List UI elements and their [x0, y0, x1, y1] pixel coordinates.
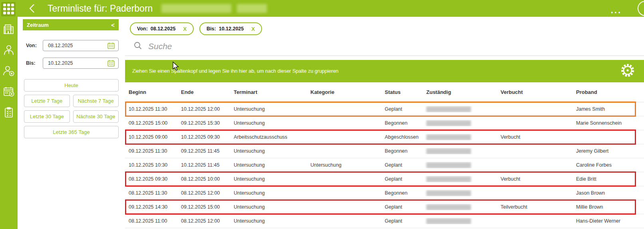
table-row[interactable]: 08.12.2025 11:00 08.12.2025 12:00 Unters…: [125, 214, 644, 228]
chip-label: Bis:: [207, 26, 216, 32]
naechste-30-tage-button[interactable]: Nächste 30 Tage: [73, 110, 119, 123]
nav-add-person-button[interactable]: [2, 64, 16, 78]
calendar-picker-icon[interactable]: [107, 60, 115, 67]
cell-proband: Hans-Dieter Werner: [572, 218, 644, 224]
cell-terminart: Untersuchung: [230, 204, 307, 210]
cell-verbucht: Teilverbucht: [497, 204, 572, 210]
cell-terminart: Untersuchung: [230, 190, 307, 196]
column-header-status[interactable]: Status: [381, 89, 423, 95]
quick-range-buttons: Heute Letzte 7 Tage Nächste 7 Tage Letzt…: [24, 79, 119, 138]
cell-kategorie: Untersuchung: [307, 162, 381, 168]
group-by-drop-zone[interactable]: Ziehen Sie einen Spaltenkopf und legen S…: [125, 60, 644, 82]
nav-companies-button[interactable]: [2, 22, 16, 36]
cell-ende: 09.12.2025 11:45: [177, 148, 230, 154]
more-options-button[interactable]: ...: [611, 8, 622, 12]
group-by-hint-text: Ziehen Sie einen Spaltenkopf und legen S…: [132, 68, 619, 74]
nav-add-appointment-button[interactable]: [2, 85, 16, 98]
letzte-365-tage-button[interactable]: Letzte 365 Tage: [24, 126, 119, 138]
redacted-title-text: [237, 4, 267, 13]
cell-zustaendig: [423, 148, 497, 154]
cell-zustaendig: [423, 134, 497, 140]
von-label: Von:: [26, 43, 43, 48]
table-row[interactable]: 08.12.2025 09:30 08.12.2025 10:00 Unters…: [125, 172, 644, 186]
column-header-terminart[interactable]: Terminart: [230, 89, 307, 95]
column-header-verbucht[interactable]: Verbucht: [497, 89, 572, 95]
cell-zustaendig: [423, 218, 497, 224]
clipboard-icon: [3, 106, 15, 118]
app-launcher-grid-icon[interactable]: [1, 2, 16, 16]
cell-verbucht: Verbucht: [497, 134, 572, 140]
column-header-kategorie[interactable]: Kategorie: [307, 89, 381, 95]
remove-filter-icon[interactable]: X: [183, 26, 187, 32]
main-content: Von: 08.12.2025 X Bis: 10.12.2025 X Such…: [125, 17, 644, 229]
active-filter-chips: Von: 08.12.2025 X Bis: 10.12.2025 X: [125, 17, 644, 35]
collapse-panel-icon[interactable]: <: [111, 22, 115, 28]
search-icon: [134, 42, 142, 51]
cell-beginn: 08.12.2025 09:30: [125, 176, 177, 182]
cell-beginn: 08.12.2025 11:00: [125, 218, 177, 224]
bis-date-value: 10.12.2025: [48, 60, 107, 66]
cell-beginn: 10.12.2025 10:30: [125, 162, 177, 168]
redacted-text: [426, 148, 471, 154]
cell-zustaendig: [423, 162, 497, 168]
appointments-table: Beginn Ende Terminart Kategorie Status Z…: [125, 82, 644, 228]
cell-status: Abgeschlossen: [381, 134, 423, 140]
table-row[interactable]: 09.12.2025 15:00 09.12.2025 15:30 Unters…: [125, 116, 644, 130]
cell-status: Geplant: [381, 218, 423, 224]
cell-proband: Jason Brown: [572, 190, 644, 196]
cell-ende: 10.12.2025 09:30: [177, 134, 230, 140]
bis-filter-chip[interactable]: Bis: 10.12.2025 X: [199, 22, 262, 35]
cell-terminart: Untersuchung: [230, 218, 307, 224]
user-add-icon: [3, 65, 15, 77]
table-row[interactable]: 10.12.2025 11:30 10.12.2025 12:00 Unters…: [125, 102, 644, 116]
redacted-text: [426, 218, 471, 224]
redacted-text: [426, 134, 471, 140]
cell-ende: 08.12.2025 10:00: [177, 176, 230, 182]
nav-employees-button[interactable]: [2, 43, 16, 57]
table-row[interactable]: 10.12.2025 10:30 10.12.2025 11:45 Unters…: [125, 158, 644, 172]
heute-button[interactable]: Heute: [24, 79, 119, 92]
zeitraum-panel: Zeitraum < Von: 08.12.2025: [23, 19, 119, 138]
bis-date-input[interactable]: 10.12.2025: [43, 58, 119, 69]
cell-status: Geplant: [381, 204, 423, 210]
cell-ende: 10.12.2025 12:00: [177, 106, 230, 112]
chevron-left-icon: [29, 4, 35, 13]
column-header-ende[interactable]: Ende: [177, 89, 230, 95]
profile-avatar[interactable]: [638, 1, 644, 16]
cell-status: Begonnen: [381, 120, 423, 126]
zeitraum-panel-title: Zeitraum: [27, 22, 49, 28]
cell-terminart: Untersuchung: [230, 162, 307, 168]
column-header-zustaendig[interactable]: Zuständig: [423, 89, 497, 95]
cell-status: Begonnen: [381, 148, 423, 154]
search-input[interactable]: Suche: [125, 37, 644, 56]
calendar-picker-icon[interactable]: [107, 42, 115, 49]
letzte-7-tage-button[interactable]: Letzte 7 Tage: [24, 95, 70, 107]
remove-filter-icon[interactable]: X: [251, 26, 255, 32]
cell-status: Geplant: [381, 162, 423, 168]
cell-terminart: Untersuchung: [230, 106, 307, 112]
chip-value: 10.12.2025: [219, 26, 244, 32]
redacted-text: [426, 176, 471, 182]
von-filter-chip[interactable]: Von: 08.12.2025 X: [130, 22, 194, 35]
cell-ende: 09.12.2025 15:30: [177, 120, 230, 126]
building-icon: [3, 23, 15, 35]
table-settings-button[interactable]: [619, 63, 636, 80]
table-row[interactable]: 09.12.2025 14:30 09.12.2025 15:00 Unters…: [125, 200, 644, 214]
table-row[interactable]: 08.12.2025 11:30 08.12.2025 12:00 Unters…: [125, 186, 644, 200]
redacted-text: [426, 120, 471, 126]
zeitraum-panel-body: Von: 08.12.2025: [23, 30, 119, 138]
table-row[interactable]: 09.12.2025 11:30 09.12.2025 11:45 Unters…: [125, 144, 644, 158]
von-date-input[interactable]: 08.12.2025: [43, 40, 119, 51]
redacted-text: [426, 190, 471, 196]
naechste-7-tage-button[interactable]: Nächste 7 Tage: [73, 95, 119, 107]
zeitraum-panel-header: Zeitraum <: [23, 19, 119, 30]
column-header-proband[interactable]: Proband: [572, 89, 644, 95]
table-row[interactable]: 10.12.2025 09:00 10.12.2025 09:30 Arbeit…: [125, 130, 644, 144]
nav-checklist-button[interactable]: [2, 106, 16, 119]
letzte-30-tage-button[interactable]: Letzte 30 Tage: [24, 110, 70, 123]
back-button[interactable]: [27, 3, 37, 14]
cell-proband: Jeremy Gilbert: [572, 148, 644, 154]
cell-proband: Edie Britt: [572, 176, 644, 182]
cell-status: Begonnen: [381, 190, 423, 196]
column-header-beginn[interactable]: Beginn: [125, 89, 177, 95]
